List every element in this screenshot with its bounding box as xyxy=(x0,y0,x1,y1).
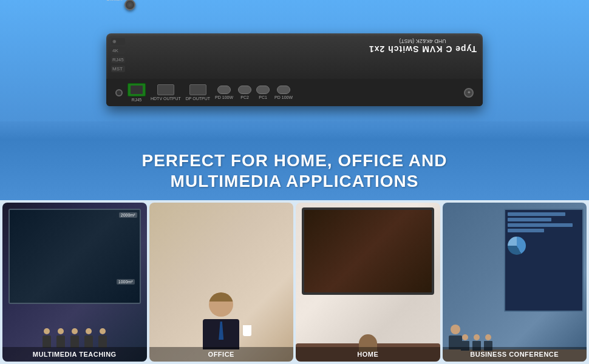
person-1-head xyxy=(44,328,50,334)
person-2-head xyxy=(58,328,64,334)
port-pd1-group: PD 100W xyxy=(215,86,233,99)
conference-label: Business Conference xyxy=(443,347,587,362)
home-label: HOME xyxy=(296,347,440,362)
page-wrapper: Switch Type C KVM Switch 2x1 UHD 4K&2K (… xyxy=(0,0,589,364)
use-case-teaching[interactable]: 2000m² 1000m² xyxy=(2,203,147,362)
home-scene xyxy=(296,203,440,362)
office-person xyxy=(203,292,239,349)
conference-scene xyxy=(443,203,587,362)
port-pd1-label: PD 100W xyxy=(215,95,233,99)
port-pc2-group: PC2 xyxy=(238,86,251,99)
conf-person-1-head xyxy=(462,334,468,340)
office-head xyxy=(209,292,233,317)
person-5 xyxy=(97,328,109,349)
side-icon-2: 4K xyxy=(111,47,125,54)
teaching-screen-content: 2000m² xyxy=(10,210,140,303)
port-dp-label: DP OUTPUT xyxy=(186,96,210,101)
office-tie xyxy=(219,322,223,340)
home-tv-screen xyxy=(304,210,432,292)
port-pc2[interactable] xyxy=(238,86,251,94)
conf-screen-content xyxy=(505,210,582,311)
port-rj45-group: RJ45 xyxy=(128,83,146,102)
person-5-head xyxy=(100,328,106,334)
use-case-conference[interactable]: Business Conference xyxy=(443,203,587,362)
person-1-body xyxy=(43,335,51,348)
device-subtitle: UHD 4K&2K (MST) xyxy=(369,38,477,44)
conf-screen xyxy=(504,209,584,312)
conf-bar-4 xyxy=(508,229,543,232)
conf-bar-1 xyxy=(508,212,565,216)
port-rj45-label: RJ45 xyxy=(132,98,141,102)
side-icon-4: MST xyxy=(111,66,125,72)
side-icon-3: RJ45 xyxy=(111,56,125,63)
screw-icon: ✦ xyxy=(467,90,471,95)
office-cup xyxy=(243,325,251,336)
use-case-office[interactable]: OFFICE xyxy=(149,203,294,362)
conf-bar-3 xyxy=(508,223,573,227)
conf-bar-2 xyxy=(508,218,551,221)
side-icon-1: ⊕ xyxy=(111,38,125,45)
banner-line1: PERFECT FOR HOME, OFFICE AND xyxy=(142,151,448,170)
office-scene xyxy=(149,203,294,362)
switch-label: Switch xyxy=(106,0,123,2)
office-hair xyxy=(209,292,233,302)
teaching-people xyxy=(5,328,144,349)
screen-badge-1000: 1000m² xyxy=(117,279,135,285)
teaching-scene: 2000m² 1000m² xyxy=(2,203,147,362)
person-4-head xyxy=(86,328,92,334)
port-pd2[interactable] xyxy=(277,86,290,94)
port-hdmi[interactable] xyxy=(157,84,174,95)
screen-badge-2000: 2000m² xyxy=(119,212,137,218)
person-3-head xyxy=(72,328,78,334)
conf-presenter-head xyxy=(451,325,460,334)
port-dp[interactable] xyxy=(189,84,206,95)
port-hdmi-group: HDTV OUTPUT xyxy=(151,84,181,101)
port-rj45[interactable] xyxy=(128,83,146,96)
images-section: 2000m² 1000m² xyxy=(0,200,589,364)
person-4 xyxy=(83,328,95,349)
home-tv xyxy=(302,207,434,295)
person-4-body xyxy=(84,335,93,348)
device-container: Switch Type C KVM Switch 2x1 UHD 4K&2K (… xyxy=(88,15,501,124)
use-case-home[interactable]: HOME xyxy=(296,203,440,362)
person-2-body xyxy=(56,335,65,348)
banner-section: PERFECT FOR HOME, OFFICE AND MULTIMEDIA … xyxy=(0,140,589,200)
port-pc1[interactable] xyxy=(256,86,270,94)
conf-person-3-head xyxy=(485,334,491,340)
port-pc2-label: PC2 xyxy=(240,95,249,99)
conf-person-2-head xyxy=(474,334,480,340)
device-name: Type C KVM Switch 2x1 xyxy=(369,44,477,54)
port-audio-group xyxy=(115,89,123,96)
device-label: Type C KVM Switch 2x1 UHD 4K&2K (MST) xyxy=(369,38,477,54)
port-pd1[interactable] xyxy=(217,86,231,94)
teaching-label: MULTIMEDIA TEACHING xyxy=(2,347,147,362)
device-power-button[interactable] xyxy=(124,0,135,10)
person-2 xyxy=(55,328,67,349)
teaching-screen: 2000m² 1000m² xyxy=(9,209,141,304)
port-pd2-group: PD 100W xyxy=(274,86,293,99)
side-screw-right: ✦ xyxy=(464,88,474,98)
person-5-body xyxy=(98,335,107,348)
person-3 xyxy=(69,328,81,349)
person-3-body xyxy=(70,335,79,348)
port-audio[interactable] xyxy=(115,89,123,96)
device-body: Type C KVM Switch 2x1 UHD 4K&2K (MST) ⊕ … xyxy=(106,33,483,106)
port-dp-group: DP OUTPUT xyxy=(186,84,210,101)
port-pc1-label: PC1 xyxy=(259,95,267,99)
office-label: OFFICE xyxy=(149,347,294,362)
device-side-icons: ⊕ 4K RJ45 MST xyxy=(111,38,125,72)
banner-title: PERFECT FOR HOME, OFFICE AND MULTIMEDIA … xyxy=(12,150,577,191)
port-pd2-label: PD 100W xyxy=(274,95,293,99)
port-pc1-group: PC1 xyxy=(256,86,270,99)
device-ports: RJ45 HDTV OUTPUT DP OUTPUT xyxy=(106,79,483,106)
office-suit xyxy=(203,319,239,349)
conf-pie-chart xyxy=(508,237,526,255)
banner-line2: MULTIMEDIA APPLICATIONS xyxy=(171,172,419,190)
port-hdmi-label: HDTV OUTPUT xyxy=(151,96,181,101)
product-section: Switch Type C KVM Switch 2x1 UHD 4K&2K (… xyxy=(0,0,589,140)
person-1 xyxy=(41,328,53,349)
